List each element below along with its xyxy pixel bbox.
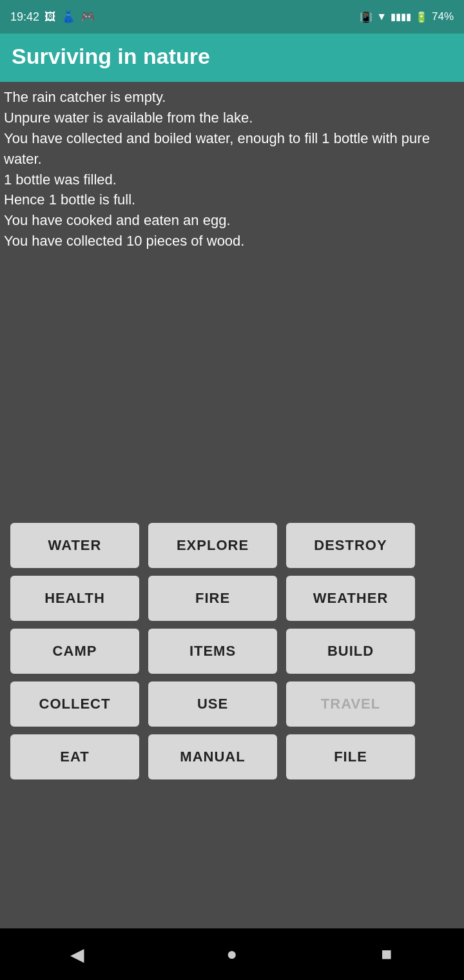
- log-line-4: 1 bottle was filled.: [4, 170, 460, 190]
- status-bar-left: 19:42 🖼 👗 🎮: [10, 10, 95, 24]
- camp-button[interactable]: CAMP: [10, 629, 139, 674]
- home-button[interactable]: ●: [213, 935, 251, 974]
- wifi-icon: ▼: [376, 11, 387, 23]
- travel-button[interactable]: TRAVEL: [286, 681, 415, 727]
- notification-icon-twitch: 🎮: [81, 10, 95, 24]
- weather-button[interactable]: WEATHER: [286, 576, 415, 621]
- health-button[interactable]: HEALTH: [10, 576, 139, 621]
- explore-button[interactable]: EXPLORE: [148, 523, 277, 568]
- time-display: 19:42: [10, 10, 39, 24]
- empty-space: [0, 381, 464, 511]
- action-buttons: WATER EXPLORE DESTROY HEALTH FIRE WEATHE…: [0, 510, 464, 799]
- vibrate-icon: 📳: [360, 11, 372, 23]
- button-row-2: HEALTH FIRE WEATHER: [10, 576, 454, 621]
- use-button[interactable]: USE: [148, 681, 277, 727]
- log-line-1: The rain catcher is empty.: [4, 87, 460, 108]
- status-bar-right: 📳 ▼ ▮▮▮▮ 🔋 74%: [360, 10, 454, 23]
- log-line-7: You have collected 10 pieces of wood.: [4, 231, 460, 251]
- game-log: The rain catcher is empty. Unpure water …: [0, 82, 464, 381]
- button-row-3: CAMP ITEMS BUILD: [10, 629, 454, 674]
- back-button[interactable]: ◀: [58, 935, 97, 974]
- log-line-5: Hence 1 bottle is full.: [4, 190, 460, 210]
- manual-button[interactable]: MANUAL: [148, 734, 277, 779]
- signal-icon: ▮▮▮▮: [391, 11, 411, 23]
- collect-button[interactable]: COLLECT: [10, 681, 139, 727]
- log-line-6: You have cooked and eaten an egg.: [4, 210, 460, 231]
- app-header: Surviving in nature: [0, 34, 464, 82]
- recents-button[interactable]: ■: [367, 935, 406, 974]
- bottom-spacer: [0, 799, 464, 928]
- bottom-navigation: ◀ ● ■: [0, 928, 464, 980]
- log-line-2: Unpure water is available from the lake.: [4, 108, 460, 128]
- status-bar: 19:42 🖼 👗 🎮 📳 ▼ ▮▮▮▮ 🔋 74%: [0, 0, 464, 34]
- page-title: Surviving in nature: [12, 44, 210, 68]
- battery-percent: 74%: [432, 10, 454, 23]
- home-icon: ●: [227, 944, 238, 965]
- fire-button[interactable]: FIRE: [148, 576, 277, 621]
- items-button[interactable]: ITEMS: [148, 629, 277, 674]
- notification-icon-dress: 👗: [61, 10, 75, 24]
- eat-button[interactable]: EAT: [10, 734, 139, 779]
- log-line-3: You have collected and boiled water, eno…: [4, 128, 460, 170]
- button-row-1: WATER EXPLORE DESTROY: [10, 523, 454, 568]
- recents-icon: ■: [382, 944, 392, 965]
- build-button[interactable]: BUILD: [286, 629, 415, 674]
- button-row-4: COLLECT USE TRAVEL: [10, 681, 454, 727]
- destroy-button[interactable]: DESTROY: [286, 523, 415, 568]
- back-icon: ◀: [70, 944, 84, 965]
- battery-icon: 🔋: [415, 11, 428, 23]
- notification-icon-image: 🖼: [44, 10, 56, 24]
- water-button[interactable]: WATER: [10, 523, 139, 568]
- button-row-5: EAT MANUAL FILE: [10, 734, 454, 779]
- file-button[interactable]: FILE: [286, 734, 415, 779]
